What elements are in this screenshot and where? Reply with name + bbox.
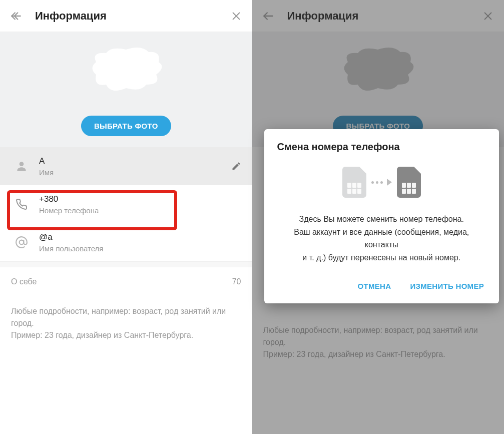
phone-value: +380 — [39, 194, 241, 204]
header: Информация — [0, 0, 252, 32]
modal-body-line1: Здесь Вы можете сменить номер телефона. — [277, 213, 486, 226]
svg-point-5 — [20, 240, 24, 245]
arrow-right-icon — [387, 179, 392, 186]
modal-body: Здесь Вы можете сменить номер телефона. … — [277, 213, 486, 264]
about-counter: 70 — [232, 277, 241, 286]
change-number-button[interactable]: ИЗМЕНИТЬ НОМЕР — [408, 278, 486, 294]
name-label: Имя — [39, 168, 231, 177]
change-phone-modal: Смена номера телефона Здесь Вы можете см… — [264, 129, 499, 303]
about-hint-1: Любые подробности, например: возраст, ро… — [11, 305, 241, 329]
username-label: Имя пользователя — [39, 244, 241, 253]
right-pane: Информация ВЫБРАТЬ ФОТО Любые подробност… — [252, 0, 505, 434]
svg-point-4 — [20, 162, 24, 166]
back-arrow-icon[interactable] — [6, 6, 26, 26]
left-pane: Информация ВЫБРАТЬ ФОТО A Имя +380 Номер… — [0, 0, 252, 434]
about-hint-2: Пример: 23 года, дизайнер из Санкт-Петер… — [11, 329, 241, 341]
old-sim-icon — [342, 167, 366, 198]
about-section: О себе 70 Любые подробности, например: в… — [0, 267, 252, 351]
transfer-dots-icon — [371, 181, 383, 184]
name-value: A — [39, 156, 231, 166]
page-title: Информация — [35, 10, 226, 23]
about-heading[interactable]: О себе — [11, 277, 37, 286]
sim-transfer-graphic — [277, 167, 486, 198]
phone-label: Номер телефона — [39, 206, 241, 215]
close-icon[interactable] — [226, 6, 246, 26]
modal-body-line3: и т. д.) будут перенесены на новый номер… — [277, 251, 486, 264]
modal-title: Смена номера телефона — [277, 141, 486, 153]
edit-pencil-icon[interactable] — [231, 161, 241, 171]
cancel-button[interactable]: ОТМЕНА — [356, 278, 393, 294]
choose-photo-button[interactable]: ВЫБРАТЬ ФОТО — [81, 116, 171, 136]
phone-row[interactable]: +380 Номер телефона — [0, 185, 252, 223]
name-row[interactable]: A Имя — [0, 147, 252, 185]
person-icon — [11, 160, 32, 173]
avatar-placeholder — [81, 42, 171, 97]
photo-section: ВЫБРАТЬ ФОТО — [0, 32, 252, 147]
username-row[interactable]: @a Имя пользователя — [0, 223, 252, 261]
username-value: @a — [39, 232, 241, 242]
at-icon — [11, 236, 32, 249]
new-sim-icon — [397, 167, 421, 198]
phone-icon — [11, 198, 32, 210]
modal-body-line2: Ваш аккаунт и все данные (сообщения, мед… — [277, 226, 486, 251]
